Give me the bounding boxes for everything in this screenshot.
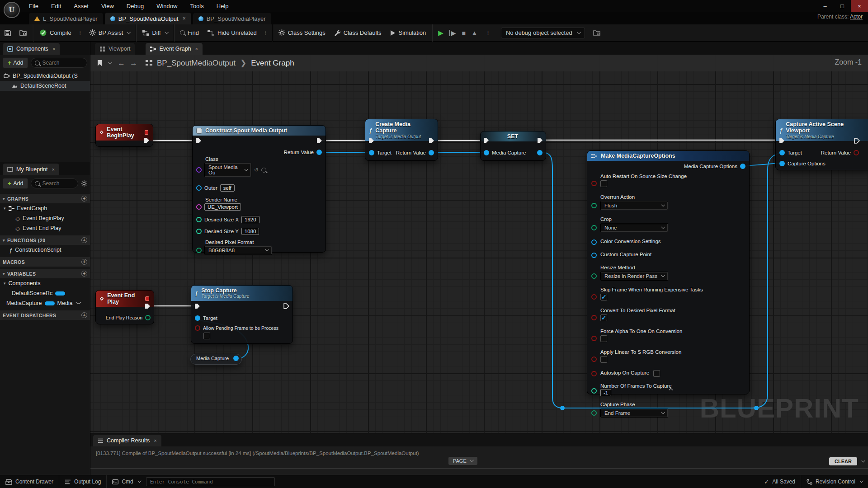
tab-compiler-results[interactable]: Compiler Results × bbox=[93, 435, 161, 446]
close-tab-icon[interactable]: × bbox=[52, 167, 54, 172]
add-dispatcher-icon[interactable]: + bbox=[81, 312, 87, 318]
minimize-button[interactable]: – bbox=[816, 0, 834, 12]
outer-value-box[interactable]: self bbox=[220, 184, 235, 192]
media-capture-pin-row[interactable]: Media Capture bbox=[484, 150, 526, 155]
option-value-box[interactable]: -1 bbox=[600, 389, 611, 396]
size-x-box[interactable]: 1920 bbox=[241, 216, 259, 223]
node-get-media-capture[interactable]: Media Capture bbox=[190, 354, 242, 365]
simulation-button[interactable]: Simulation bbox=[386, 24, 430, 41]
component-child-item[interactable]: DefaultSceneRoot bbox=[0, 81, 90, 91]
sender-name-box[interactable]: UE_Viewport bbox=[204, 203, 241, 211]
compile-button[interactable]: Compile bbox=[35, 24, 75, 41]
capture-options-pin-row[interactable]: Capture Options bbox=[779, 161, 826, 166]
diff-button[interactable]: Diff bbox=[138, 24, 171, 41]
class-dropdown[interactable]: Spout Media Ou bbox=[204, 163, 251, 177]
target-pin-row[interactable]: Target bbox=[369, 150, 392, 155]
add-graph-icon[interactable]: + bbox=[81, 196, 87, 202]
add-component-button[interactable]: + Add bbox=[3, 57, 28, 68]
play-button[interactable]: ▶ bbox=[438, 29, 443, 37]
return-value-pin-row[interactable]: Return Value bbox=[821, 150, 859, 155]
menu-debug[interactable]: Debug bbox=[127, 3, 144, 9]
tab-bp-spoutmediaplayer[interactable]: BP_SpoutMediaPlayer bbox=[193, 13, 271, 24]
object-pin[interactable] bbox=[316, 150, 322, 155]
section-graphs[interactable]: ▾ GRAPHS + bbox=[0, 194, 90, 203]
allow-pending-pin-row[interactable]: Allow Pending Frame to be Process bbox=[195, 325, 278, 331]
breadcrumb-current[interactable]: Event Graph bbox=[251, 59, 294, 68]
obj-pin[interactable] bbox=[591, 253, 597, 258]
expander-icon[interactable]: ▾ bbox=[4, 206, 6, 211]
class-defaults-button[interactable]: Class Defaults bbox=[330, 24, 386, 41]
cmd-dropdown[interactable]: Cmd bbox=[107, 475, 146, 488]
menu-file[interactable]: File bbox=[29, 3, 38, 9]
clear-options-icon[interactable] bbox=[861, 459, 865, 462]
stop-button[interactable]: ■ bbox=[462, 29, 466, 37]
option-dropdown[interactable]: Resize in Render Pass bbox=[600, 272, 668, 281]
return-value-pin-row[interactable]: Return Value bbox=[396, 150, 434, 155]
add-variable-icon[interactable]: + bbox=[81, 271, 87, 277]
tab-bp-spoutmediaoutput[interactable]: BP_SpoutMediaOutput × bbox=[105, 13, 191, 24]
close-button[interactable]: × bbox=[851, 0, 868, 12]
section-functions[interactable]: ▾ FUNCTIONS (20 + bbox=[0, 235, 90, 245]
menu-help[interactable]: Help bbox=[217, 3, 229, 9]
class-pin[interactable] bbox=[196, 167, 202, 173]
allow-pending-checkbox[interactable] bbox=[203, 333, 210, 339]
exec-out-pin[interactable] bbox=[854, 138, 860, 144]
int-pin[interactable] bbox=[591, 388, 597, 394]
name-pin[interactable] bbox=[196, 204, 202, 210]
enum-pin[interactable] bbox=[591, 410, 597, 416]
compile-options-icon[interactable]: ⋮ bbox=[75, 29, 85, 36]
close-tab-icon[interactable]: × bbox=[183, 15, 186, 22]
exec-out-pin[interactable] bbox=[537, 137, 543, 143]
close-tab-icon[interactable]: × bbox=[154, 438, 156, 443]
exec-in-pin[interactable] bbox=[196, 138, 202, 144]
exec-out-pin[interactable] bbox=[316, 138, 322, 144]
exec-out-pin[interactable] bbox=[144, 137, 150, 143]
section-variables[interactable]: ▾ VARIABLES + bbox=[0, 269, 90, 278]
tab-components[interactable]: Components × bbox=[3, 43, 60, 55]
node-stop-capture[interactable]: ƒ Stop Capture Target is Media Capture T… bbox=[191, 285, 293, 344]
component-root-item[interactable]: BP_SpoutMediaOutput (S bbox=[0, 71, 90, 81]
bool-pin[interactable] bbox=[591, 181, 597, 186]
output-object-pin[interactable] bbox=[233, 356, 239, 361]
nav-forward-icon[interactable]: → bbox=[130, 59, 137, 68]
hide-unrelated-options-icon[interactable]: ⋮ bbox=[261, 29, 270, 36]
enum-pin[interactable] bbox=[591, 225, 597, 230]
frame-skip-button[interactable]: ▶ bbox=[449, 30, 456, 36]
option-dropdown[interactable]: Flush bbox=[600, 201, 668, 210]
option-checkbox[interactable] bbox=[600, 314, 607, 321]
browse-asset-button[interactable] bbox=[15, 24, 31, 41]
menu-tools[interactable]: Tools bbox=[190, 3, 203, 9]
graph-item-event-beginplay[interactable]: ◇ Event BeginPlay bbox=[0, 213, 90, 223]
exec-out-pin[interactable] bbox=[283, 303, 289, 309]
clear-button[interactable]: CLEAR bbox=[829, 457, 857, 465]
compiler-log-line[interactable]: [0133.771] Compile of BP_SpoutMediaOutpu… bbox=[96, 450, 729, 456]
hide-unrelated-button[interactable]: Hide Unrelated bbox=[203, 24, 261, 41]
add-blueprint-item-button[interactable]: + Add bbox=[3, 178, 28, 189]
node-make-mediacaptureoptions[interactable]: Make MediaCaptureOptions Media Capture O… bbox=[587, 150, 750, 394]
node-capture-active-scene-viewport[interactable]: ƒ Capture Active Scene Viewport Target i… bbox=[775, 119, 868, 170]
graph-item-eventgraph[interactable]: ▾ EventGraph bbox=[0, 203, 90, 213]
option-dropdown[interactable]: None bbox=[600, 223, 668, 232]
menu-asset[interactable]: Asset bbox=[74, 3, 89, 9]
return-value-pin-row[interactable]: Return Value bbox=[284, 150, 322, 155]
enum-pin[interactable] bbox=[196, 248, 202, 253]
tab-my-blueprint[interactable]: My Blueprint × bbox=[3, 164, 59, 175]
add-macro-icon[interactable]: + bbox=[81, 259, 87, 265]
exec-in-pin[interactable] bbox=[194, 303, 200, 309]
exec-in-pin[interactable] bbox=[483, 137, 489, 143]
enum-pin[interactable] bbox=[591, 273, 597, 279]
add-function-icon[interactable]: + bbox=[81, 237, 87, 243]
play-options-icon[interactable]: ⋮ bbox=[483, 29, 493, 36]
obj-pin[interactable] bbox=[591, 239, 597, 245]
output-object-pin[interactable] bbox=[537, 150, 542, 155]
unreal-logo-icon[interactable]: U bbox=[4, 2, 20, 18]
content-drawer-button[interactable]: Content Drawer bbox=[0, 475, 59, 488]
components-search[interactable] bbox=[31, 58, 87, 68]
bp-assist-button[interactable]: BP Assist bbox=[85, 24, 134, 41]
int-pin[interactable] bbox=[196, 229, 202, 234]
graph-item-event-endplay[interactable]: ◇ Event End Play bbox=[0, 223, 90, 233]
console-command-input[interactable] bbox=[150, 479, 271, 485]
section-macros[interactable]: MACROS + bbox=[0, 257, 90, 267]
node-construct-spout-media-output[interactable]: Construct Spout Media Output Return Valu… bbox=[192, 125, 326, 253]
node-event-endplay[interactable]: Event End Play End Play Reason bbox=[95, 290, 154, 324]
